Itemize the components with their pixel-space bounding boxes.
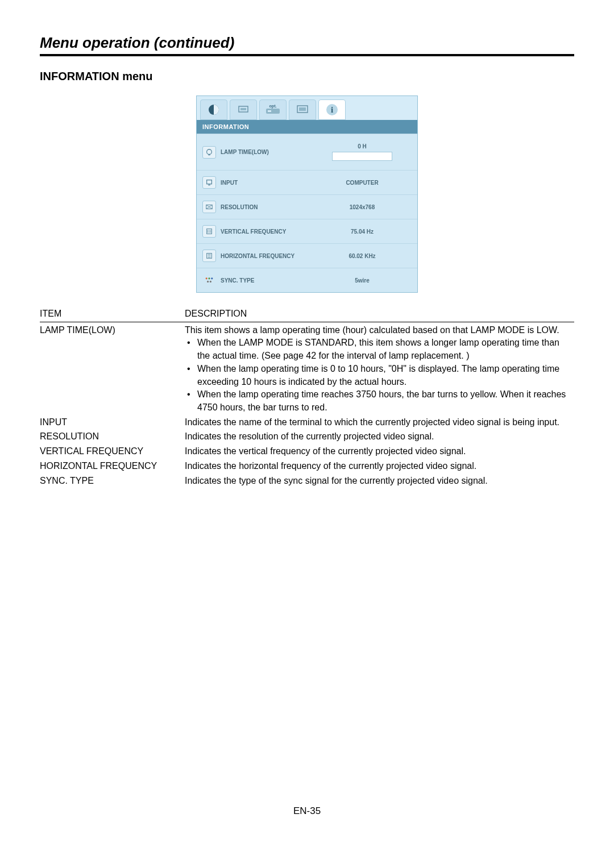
tab-image-icon [200, 99, 227, 120]
item-cell: HORIZONTAL FREQUENCY [40, 458, 185, 473]
bullet: When the lamp operating time is 0 to 10 … [185, 363, 574, 388]
desc-cell: Indicates the resolution of the currentl… [185, 429, 574, 443]
osd-row-label: INPUT [197, 170, 307, 194]
desc-cell: Indicates the name of the terminal to wh… [185, 414, 574, 429]
svg-point-15 [206, 277, 208, 279]
desc-bullets: When the LAMP MODE is STANDARD, this ite… [185, 337, 574, 414]
lamp-bar [332, 152, 392, 161]
svg-rect-6 [299, 107, 306, 111]
table-row: INPUT Indicates the name of the terminal… [40, 414, 574, 429]
desc-cell: Indicates the horizontal frequency of th… [185, 458, 574, 473]
osd-row-value: 0 H [307, 134, 417, 170]
sync-icon [202, 274, 216, 286]
bullet: When the lamp operating time reaches 375… [185, 388, 574, 414]
table-head-item: ITEM [40, 308, 185, 322]
svg-text:i: i [331, 105, 333, 114]
item-cell: LAMP TIME(LOW) [40, 322, 185, 414]
osd-row-value: COMPUTER [307, 170, 417, 194]
osd-row-label: RESOLUTION [197, 194, 307, 219]
resolution-icon [202, 201, 216, 213]
table-row: HORIZONTAL FREQUENCY Indicates the horiz… [40, 458, 574, 473]
osd-label-text: HORIZONTAL FREQUENCY [221, 253, 294, 259]
bullet: When the LAMP MODE is STANDARD, this ite… [185, 337, 574, 362]
osd-value-text: COMPUTER [346, 180, 378, 186]
description-table: ITEM DESCRIPTION LAMP TIME(LOW) This ite… [40, 308, 574, 487]
tab-signal-icon [289, 99, 316, 120]
lamp-icon [202, 146, 216, 159]
hfreq-icon [202, 250, 216, 262]
item-cell: INPUT [40, 414, 185, 429]
osd-row-value: 5wire [307, 268, 417, 292]
osd-label-text: SYNC. TYPE [221, 277, 254, 284]
table-row: LAMP TIME(LOW) This item shows a lamp op… [40, 322, 574, 414]
osd-value-text: 60.02 KHz [349, 253, 375, 259]
osd-tab-row: opt. i [197, 96, 417, 120]
osd-value-text: 0 H [358, 143, 367, 149]
osd-label-text: INPUT [221, 180, 238, 186]
svg-point-9 [207, 149, 212, 154]
tab-information-icon: i [318, 99, 346, 120]
osd-row-value: 60.02 KHz [307, 243, 417, 268]
menu-title: INFORMATION menu [40, 70, 574, 83]
section-title: Menu operation (continued) [40, 34, 574, 54]
osd-value-text: 75.04 Hz [351, 229, 374, 235]
svg-rect-10 [207, 180, 212, 184]
osd-section-label: INFORMATION [197, 120, 417, 134]
osd-value-text: 1024x768 [350, 204, 375, 210]
item-cell: SYNC. TYPE [40, 473, 185, 488]
table-head-desc: DESCRIPTION [185, 308, 574, 322]
osd-label-text: RESOLUTION [221, 204, 258, 210]
tab-installation-icon [230, 99, 257, 120]
svg-rect-2 [240, 108, 246, 110]
svg-point-16 [208, 277, 210, 279]
desc-cell: This item shows a lamp operating time (h… [185, 322, 574, 414]
input-icon [202, 176, 216, 189]
tab-option-icon: opt. [259, 99, 287, 120]
osd-label-text: VERTICAL FREQUENCY [221, 229, 286, 235]
desc-cell: Indicates the vertical frequency of the … [185, 443, 574, 458]
osd-info-grid: LAMP TIME(LOW) 0 H INPUT COMPUTER RESOLU… [197, 134, 417, 292]
osd-panel: opt. i INFORMATION LAMP TIME(LOW) 0 H [196, 95, 418, 293]
table-row: VERTICAL FREQUENCY Indicates the vertica… [40, 443, 574, 458]
desc-intro: This item shows a lamp operating time (h… [185, 324, 574, 337]
osd-value-text: 5wire [355, 277, 370, 284]
item-cell: RESOLUTION [40, 429, 185, 443]
table-row: SYNC. TYPE Indicates the type of the syn… [40, 473, 574, 488]
table-row: RESOLUTION Indicates the resolution of t… [40, 429, 574, 443]
osd-row-label: VERTICAL FREQUENCY [197, 219, 307, 243]
svg-point-17 [211, 277, 213, 279]
desc-cell: Indicates the type of the sync signal fo… [185, 473, 574, 488]
osd-row-label: HORIZONTAL FREQUENCY [197, 243, 307, 268]
item-cell: VERTICAL FREQUENCY [40, 443, 185, 458]
svg-rect-4 [268, 110, 271, 112]
page-number: EN-35 [40, 805, 574, 840]
osd-row-value: 1024x768 [307, 194, 417, 219]
tab-opt-label: opt. [269, 104, 277, 109]
osd-row-value: 75.04 Hz [307, 219, 417, 243]
svg-point-18 [207, 281, 209, 283]
section-rule [40, 54, 574, 56]
vfreq-icon [202, 225, 216, 238]
osd-row-label: LAMP TIME(LOW) [197, 134, 307, 170]
osd-label-text: LAMP TIME(LOW) [221, 149, 269, 155]
svg-point-19 [210, 281, 211, 283]
svg-rect-11 [208, 185, 210, 186]
osd-row-label: SYNC. TYPE [197, 268, 307, 292]
